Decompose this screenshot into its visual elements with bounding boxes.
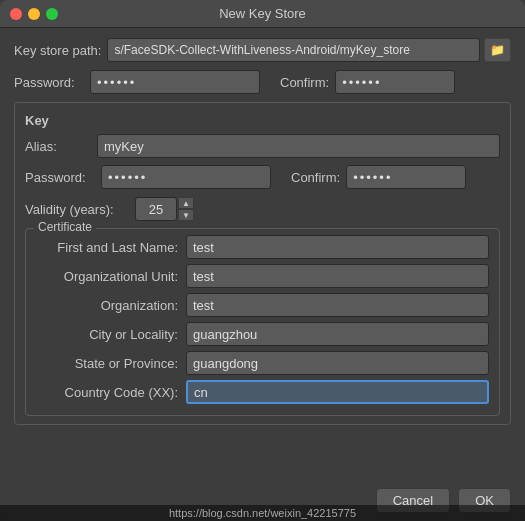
cert-row-1: Organizational Unit:: [36, 264, 489, 288]
keystore-path-row: Key store path: 📁: [14, 38, 511, 62]
cert-row-5: Country Code (XX):: [36, 380, 489, 404]
cert-row-4: State or Province:: [36, 351, 489, 375]
key-section-label: Key: [25, 113, 500, 128]
cert-input-3[interactable]: [186, 322, 489, 346]
certificate-section: Certificate First and Last Name: Organiz…: [25, 228, 500, 416]
minimize-button[interactable]: [28, 8, 40, 20]
alias-input[interactable]: [97, 134, 500, 158]
main-content: Key store path: 📁 Password: Confirm: Key…: [0, 28, 525, 480]
key-password-row: Password: Confirm:: [25, 165, 500, 189]
key-section: Key Alias: Password: Confirm: Validity (…: [14, 102, 511, 425]
title-bar: New Key Store: [0, 0, 525, 28]
validity-label: Validity (years):: [25, 202, 135, 217]
cert-input-4[interactable]: [186, 351, 489, 375]
folder-icon: 📁: [490, 43, 505, 57]
cert-row-2: Organization:: [36, 293, 489, 317]
bottom-bar: Cancel OK https://blog.csdn.net/weixin_4…: [0, 480, 525, 521]
cert-row-0: First and Last Name:: [36, 235, 489, 259]
url-bar: https://blog.csdn.net/weixin_42215775: [0, 505, 525, 521]
top-password-input[interactable]: [90, 70, 260, 94]
folder-button[interactable]: 📁: [484, 38, 511, 62]
cert-input-0[interactable]: [186, 235, 489, 259]
cert-label-0: First and Last Name:: [36, 240, 186, 255]
cert-label-4: State or Province:: [36, 356, 186, 371]
spin-down-button[interactable]: ▼: [178, 209, 194, 221]
top-confirm-input[interactable]: [335, 70, 455, 94]
cert-label-1: Organizational Unit:: [36, 269, 186, 284]
key-password-label: Password:: [25, 170, 95, 185]
cert-input-2[interactable]: [186, 293, 489, 317]
alias-row: Alias:: [25, 134, 500, 158]
window-title: New Key Store: [219, 6, 306, 21]
top-password-label: Password:: [14, 75, 84, 90]
keystore-path-input[interactable]: [107, 38, 480, 62]
cert-input-1[interactable]: [186, 264, 489, 288]
cert-label-3: City or Locality:: [36, 327, 186, 342]
cert-row-3: City or Locality:: [36, 322, 489, 346]
spin-up-button[interactable]: ▲: [178, 197, 194, 209]
key-password-input[interactable]: [101, 165, 271, 189]
cert-input-country-code[interactable]: [186, 380, 489, 404]
validity-spinner[interactable]: ▲ ▼: [178, 197, 194, 221]
cert-label-2: Organization:: [36, 298, 186, 313]
validity-row: Validity (years): ▲ ▼: [25, 197, 500, 221]
alias-label: Alias:: [25, 139, 97, 154]
close-button[interactable]: [10, 8, 22, 20]
key-confirm-input[interactable]: [346, 165, 466, 189]
validity-input[interactable]: [135, 197, 177, 221]
maximize-button[interactable]: [46, 8, 58, 20]
window: New Key Store Key store path: 📁 Password…: [0, 0, 525, 521]
traffic-lights: [10, 8, 58, 20]
certificate-title: Certificate: [34, 220, 96, 234]
top-password-row: Password: Confirm:: [14, 70, 511, 94]
key-confirm-label: Confirm:: [291, 170, 340, 185]
top-confirm-label: Confirm:: [280, 75, 329, 90]
cert-label-5: Country Code (XX):: [36, 385, 186, 400]
keystore-path-label: Key store path:: [14, 43, 101, 58]
